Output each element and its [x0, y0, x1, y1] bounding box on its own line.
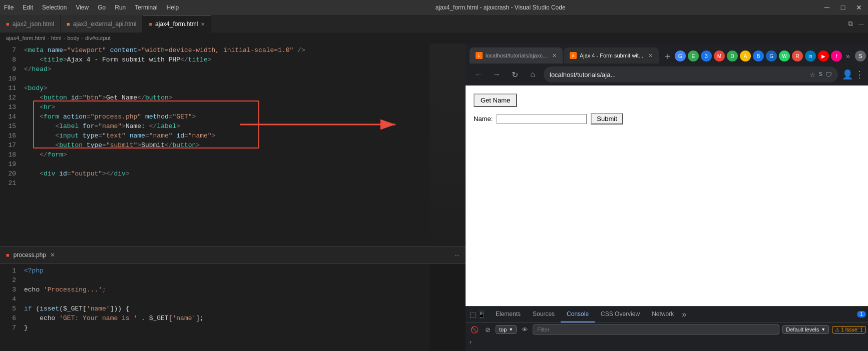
tab-close-icon[interactable]: ✕	[50, 252, 55, 258]
more-icon[interactable]: ···	[455, 252, 460, 258]
menu-go[interactable]: Go	[98, 4, 106, 11]
log-level-select[interactable]: Default levels ▼	[782, 325, 829, 334]
tab-ajax4-form[interactable]: ■ ajax4_form.html ✕	[143, 15, 211, 32]
reload-button[interactable]: ↻	[508, 68, 522, 82]
bottom-panel: ■ process.php ✕ ··· 1234567 <?php echo '…	[0, 246, 466, 351]
menu-help[interactable]: Help	[167, 4, 179, 11]
code-line-b2	[20, 276, 429, 285]
ext-gmail[interactable]: M	[714, 50, 725, 62]
code-line-b3: echo 'Processing...';	[20, 285, 429, 294]
ext-flickr[interactable]: f	[831, 50, 842, 62]
menu-edit[interactable]: Edit	[23, 4, 33, 11]
ext-google[interactable]: G	[675, 50, 686, 62]
menu-view[interactable]: View	[76, 4, 89, 11]
ext-b[interactable]: B	[753, 50, 764, 62]
more-actions-icon[interactable]: ···	[858, 20, 864, 28]
breadcrumb-html[interactable]: html	[51, 35, 62, 41]
menu-bar[interactable]: File Edit Selection View Go Run Terminal…	[4, 4, 179, 11]
submit-button[interactable]: Submit	[591, 113, 623, 124]
code-editor-top: 7891011 1213141516 1718192021 <meta name…	[0, 44, 466, 246]
close-button[interactable]: ✕	[854, 4, 864, 12]
menu-selection[interactable]: Selection	[42, 4, 67, 11]
browser-tab-close-2[interactable]: ✕	[648, 52, 653, 59]
devtools-tabs: ⬚ 📱 Elements Sources Console CSS Overvie…	[466, 306, 868, 322]
devtools-badge-area: 1	[857, 311, 866, 318]
name-input[interactable]	[497, 114, 587, 124]
browser-favicon: L	[476, 52, 483, 59]
ext-red[interactable]: R	[792, 50, 803, 62]
ext-g2[interactable]: G	[766, 50, 777, 62]
device-icon[interactable]: 📱	[477, 310, 486, 318]
devtools-tab-network[interactable]: Network	[646, 306, 680, 322]
tab-close-icon[interactable]: ✕	[201, 22, 205, 27]
devtools-inspect-icons[interactable]: ⬚ 📱	[470, 310, 486, 318]
menu-run[interactable]: Run	[115, 4, 126, 11]
bookmark-star-icon[interactable]: ☆	[809, 71, 815, 78]
browser-form: Name: Submit	[474, 113, 862, 124]
log-level-arrow-icon: ▼	[821, 327, 825, 332]
ext-green[interactable]: E	[688, 50, 699, 62]
split-editor-icon[interactable]: ⧉	[848, 20, 853, 28]
tab-ajax2-json[interactable]: ■ ajax2_json.html	[0, 15, 61, 32]
code-line-12: <button id="btn">Get Name</button>	[20, 93, 466, 102]
devtools-more-tabs-icon[interactable]: »	[680, 310, 688, 319]
line-numbers: 7891011 1213141516 1718192021	[0, 44, 20, 246]
code-line-17: <button type="submit">Submit</button>	[20, 140, 466, 150]
pause-exceptions-icon[interactable]: ⊘	[483, 324, 493, 334]
get-name-button[interactable]: Get Name	[474, 94, 517, 107]
ext-yellow[interactable]: A	[740, 50, 751, 62]
window-controls[interactable]: ─ □ ✕	[822, 4, 864, 12]
back-button[interactable]: ←	[472, 68, 486, 82]
devtools-tab-elements[interactable]: Elements	[490, 306, 527, 322]
ext-linkedin[interactable]: in	[805, 50, 816, 62]
profile-avatar[interactable]: S	[855, 50, 866, 62]
code-line-b6: echo 'GET: Your name is ' . $_GET['name'…	[20, 314, 429, 323]
browser-tab-localhost[interactable]: L localhost/tutorials/ajaxc... ✕	[470, 48, 563, 64]
browser-tab-close-1[interactable]: ✕	[552, 52, 557, 59]
code-content[interactable]: <meta name="viewport" content="width=dev…	[20, 44, 466, 246]
ext-whatsapp[interactable]: W	[779, 50, 790, 62]
ext-drive[interactable]: D	[727, 50, 738, 62]
new-tab-button[interactable]: +	[661, 50, 675, 64]
issue-badge[interactable]: ⚠ 1 Issue: 1	[832, 326, 866, 334]
extension-icon[interactable]: S	[818, 71, 822, 78]
tab-bar-actions[interactable]: ⧉ ···	[844, 15, 868, 32]
minimap	[429, 44, 466, 246]
address-bar[interactable]: localhost/tutorials/aja... ☆ S 🛡	[544, 66, 838, 82]
maximize-button[interactable]: □	[838, 4, 848, 12]
clear-console-icon[interactable]: 🚫	[470, 324, 480, 334]
forward-button[interactable]: →	[490, 68, 504, 82]
line-numbers-bottom: 1234567	[0, 264, 20, 351]
breadcrumb-file[interactable]: ajax4_form.html	[6, 35, 45, 41]
shield-icon[interactable]: 🛡	[825, 71, 832, 78]
profile-icon[interactable]: 👤	[842, 69, 853, 80]
context-select[interactable]: top ▼	[496, 325, 517, 334]
window-title: ajax4_form.html - ajaxcrash - Visual Stu…	[179, 4, 822, 11]
code-line-9: </head>	[20, 64, 466, 74]
breadcrumb-body[interactable]: body	[67, 35, 79, 41]
ext-youtube[interactable]: ▶	[818, 50, 829, 62]
devtools-toolbar: 🚫 ⊘ top ▼ 👁 Default levels ▼ ⚠ 1 Issue:	[466, 322, 868, 336]
bottom-code-content[interactable]: <?php echo 'Processing...'; if (isset($_…	[20, 264, 429, 351]
breadcrumb-div[interactable]: div#output	[85, 35, 111, 41]
code-line-b7: }	[20, 323, 429, 332]
console-filter-input[interactable]	[533, 324, 779, 334]
tab-ajax3-external-api[interactable]: ■ ajax3_external_api.html	[61, 15, 143, 32]
minimize-button[interactable]: ─	[822, 4, 832, 12]
panel-actions[interactable]: ···	[455, 252, 460, 258]
menu-terminal[interactable]: Terminal	[135, 4, 157, 11]
eye-icon[interactable]: 👁	[520, 324, 530, 334]
code-line-19	[20, 160, 466, 169]
file-icon-red: ■	[149, 21, 152, 27]
devtools-tab-sources[interactable]: Sources	[527, 306, 561, 322]
menu-file[interactable]: File	[4, 4, 14, 11]
inspect-icon[interactable]: ⬚	[470, 310, 476, 318]
more-menu-icon[interactable]: ⋮	[855, 69, 864, 80]
browser-tab-ajax4[interactable]: A Ajax 4 - Form submit wit... ✕	[564, 48, 659, 64]
devtools-tab-console[interactable]: Console	[561, 306, 595, 322]
address-bar-icons: ☆ S 🛡	[809, 71, 831, 78]
home-button[interactable]: ⌂	[526, 68, 540, 82]
more-extensions-icon[interactable]: »	[844, 52, 852, 60]
ext-blue[interactable]: 3	[701, 50, 712, 62]
devtools-tab-css-overview[interactable]: CSS Overview	[595, 306, 646, 322]
